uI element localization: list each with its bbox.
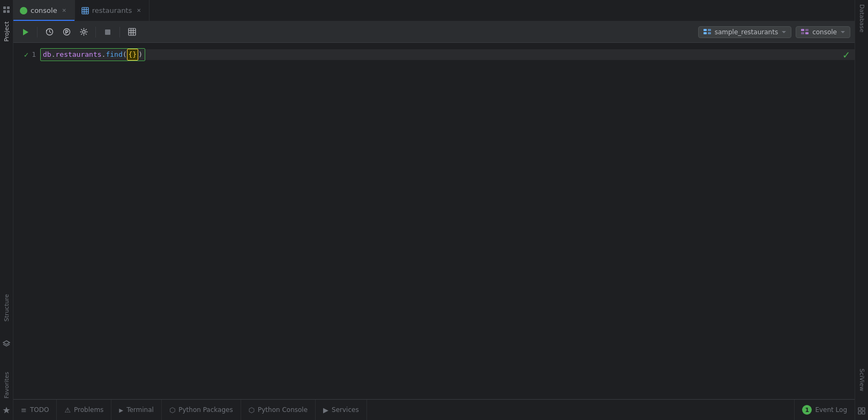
todo-status[interactable]: ≡ TODO xyxy=(13,400,57,420)
star-icon[interactable] xyxy=(1,405,12,416)
python-packages-label: Python Packages xyxy=(178,406,233,414)
toolbar-separator-3 xyxy=(119,27,120,38)
terminal-status[interactable]: ▶ Terminal xyxy=(111,400,162,420)
todo-icon: ≡ xyxy=(21,406,27,414)
profiler-button[interactable]: P xyxy=(59,25,74,40)
tab-restaurants-close[interactable]: ✕ xyxy=(135,7,143,14)
svg-rect-30 xyxy=(858,411,861,414)
sciview-icon[interactable] xyxy=(857,406,866,416)
status-bar: ≡ TODO ⚠ Problems ▶ Terminal ⬡ Python Pa… xyxy=(13,399,855,420)
services-label: Services xyxy=(332,406,359,414)
code-dot1: . xyxy=(51,49,56,60)
svg-rect-15 xyxy=(129,28,136,35)
toolbar-right: sample_restaurants console xyxy=(698,26,850,38)
right-sidebar: Database SciView xyxy=(855,0,868,420)
run-button[interactable] xyxy=(18,25,33,40)
services-status[interactable]: ▶ Services xyxy=(316,400,367,420)
svg-text:P: P xyxy=(65,29,69,35)
db-selector-label: sample_restaurants xyxy=(715,28,778,36)
code-line-1[interactable]: db.restaurants.find({}) xyxy=(40,49,855,60)
editor-valid-icon: ✓ xyxy=(842,49,850,61)
console-selector[interactable]: console xyxy=(796,26,850,38)
svg-rect-20 xyxy=(704,29,707,31)
code-close-paren: ) xyxy=(138,49,143,60)
db-selector[interactable]: sample_restaurants xyxy=(698,26,791,38)
code-db: db xyxy=(43,49,51,60)
settings-button[interactable] xyxy=(76,25,91,40)
svg-rect-23 xyxy=(708,32,711,34)
code-restaurants: restaurants xyxy=(55,49,101,60)
python-console-status[interactable]: ⬡ Python Console xyxy=(241,400,316,420)
table-icon xyxy=(81,7,89,14)
svg-rect-28 xyxy=(858,408,861,410)
database-sidebar-label[interactable]: Database xyxy=(858,0,865,37)
svg-point-13 xyxy=(83,31,85,33)
toolbar-separator-1 xyxy=(37,27,38,38)
svg-rect-3 xyxy=(7,10,10,13)
favorites-sidebar-label[interactable]: Favorites xyxy=(3,368,10,403)
tab-restaurants[interactable]: restaurants ✕ xyxy=(75,0,150,21)
svg-rect-21 xyxy=(704,32,707,34)
event-log-status[interactable]: 1 Event Log xyxy=(794,400,855,420)
services-icon: ▶ xyxy=(323,406,328,414)
problems-label: Problems xyxy=(74,406,103,414)
left-sidebar: Project Structure Favorites xyxy=(0,0,13,420)
svg-rect-24 xyxy=(801,29,804,31)
line-number-1: ✓ 1 xyxy=(18,49,36,60)
code-open-paren: ( xyxy=(123,49,127,60)
line-numbers: ✓ 1 xyxy=(13,43,40,399)
tab-console[interactable]: console ✕ xyxy=(13,0,75,21)
sciview-sidebar-label[interactable]: SciView xyxy=(858,364,865,395)
todo-label: TODO xyxy=(30,406,49,414)
mongo-icon xyxy=(20,7,27,14)
code-dot2: . xyxy=(102,49,106,60)
svg-rect-27 xyxy=(805,32,809,34)
svg-marker-9 xyxy=(23,29,28,35)
toolbar: P xyxy=(13,21,855,43)
svg-rect-2 xyxy=(3,10,6,13)
svg-rect-1 xyxy=(7,6,10,9)
python-console-icon: ⬡ xyxy=(249,406,255,414)
stop-button[interactable] xyxy=(100,25,115,40)
tab-console-close[interactable]: ✕ xyxy=(61,7,68,14)
line-check-icon: ✓ xyxy=(24,49,28,60)
code-find: find xyxy=(106,49,122,60)
svg-rect-26 xyxy=(801,32,804,34)
svg-rect-4 xyxy=(82,8,88,14)
code-content-1: db.restaurants.find({}) xyxy=(40,48,145,61)
svg-rect-29 xyxy=(862,408,865,410)
python-console-label: Python Console xyxy=(258,406,308,414)
event-log-label: Event Log xyxy=(815,406,847,414)
project-icon[interactable] xyxy=(1,4,12,15)
console-selector-label: console xyxy=(812,28,837,36)
project-sidebar-label[interactable]: Project xyxy=(3,17,10,46)
layers-icon[interactable] xyxy=(1,339,12,349)
svg-rect-25 xyxy=(805,29,809,31)
svg-rect-31 xyxy=(862,411,865,414)
history-button[interactable] xyxy=(42,25,57,40)
svg-rect-22 xyxy=(708,29,711,31)
svg-rect-0 xyxy=(3,6,6,9)
python-packages-icon: ⬡ xyxy=(169,406,175,414)
toolbar-separator-2 xyxy=(95,27,96,38)
svg-rect-14 xyxy=(105,29,110,35)
line-number-text: 1 xyxy=(32,49,36,60)
structure-sidebar-label[interactable]: Structure xyxy=(3,290,10,326)
code-braces: {} xyxy=(127,49,139,61)
tab-console-label: console xyxy=(31,6,57,14)
tab-restaurants-label: restaurants xyxy=(92,6,132,14)
table-view-button[interactable] xyxy=(124,25,139,40)
terminal-label: Terminal xyxy=(126,406,154,414)
editor-area[interactable]: ✓ 1 db.restaurants.find({}) ✓ xyxy=(13,43,855,399)
python-packages-status[interactable]: ⬡ Python Packages xyxy=(162,400,241,420)
problems-status[interactable]: ⚠ Problems xyxy=(57,400,111,420)
terminal-icon: ▶ xyxy=(119,406,123,414)
tab-bar: console ✕ restaurants ✕ xyxy=(13,0,855,21)
problems-icon: ⚠ xyxy=(64,406,71,414)
event-log-badge: 1 xyxy=(802,405,812,415)
code-editor[interactable]: db.restaurants.find({}) xyxy=(40,43,855,399)
main-content: console ✕ restaurants ✕ xyxy=(13,0,855,420)
